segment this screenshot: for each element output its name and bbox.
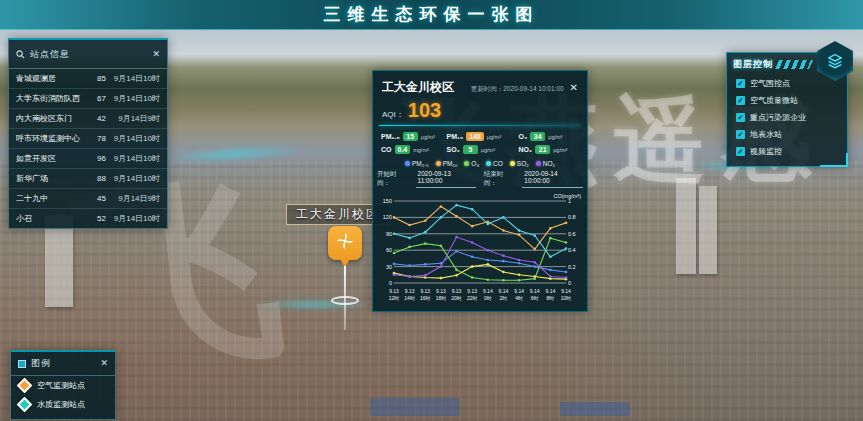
station-name: 青城观澜居 — [16, 73, 88, 84]
close-icon[interactable]: ✕ — [570, 82, 578, 93]
station-row[interactable]: 内大南校区东门429月14日9时 — [9, 108, 167, 128]
aqi-label: AQI： — [382, 109, 404, 120]
station-value: 45 — [88, 194, 106, 203]
pollutant-cell: PM₂.₅15µg/m³ — [381, 132, 445, 141]
checkbox-checked-icon[interactable]: ✓ — [736, 113, 745, 122]
time-range-row: 开始时间： 2020-09-13 11:00:00 结束时间： 2020-09-… — [373, 168, 587, 190]
legend-series-name: SO₂ — [517, 160, 529, 167]
legend-dot — [486, 161, 491, 166]
station-value: 52 — [88, 214, 106, 223]
legend-title: 图例 — [31, 357, 95, 370]
station-name: 新华广场 — [16, 173, 88, 184]
svg-text:9.13: 9.13 — [436, 288, 446, 294]
marker-base-ring — [331, 296, 359, 305]
svg-text:4时: 4时 — [515, 295, 523, 301]
pollutant-value-badge: 148 — [466, 132, 484, 141]
layer-label: 空气质量微站 — [750, 95, 798, 106]
station-rows: 青城观澜居859月14日10时大学东街消防队西679月14日10时内大南校区东门… — [9, 69, 167, 228]
pollutant-label: O₃ — [519, 133, 528, 140]
svg-text:9.13: 9.13 — [389, 288, 399, 294]
svg-text:22时: 22时 — [467, 295, 478, 301]
legend-header: 图例 ✕ — [11, 352, 115, 376]
pollutant-unit: µg/m³ — [553, 147, 567, 153]
pollutant-value-badge: 21 — [535, 145, 550, 154]
update-time-value: 2020-09-14 10:01:00 — [503, 85, 563, 92]
layer-toggle-row[interactable]: ✓重点污染源企业 — [727, 109, 847, 126]
svg-text:2时: 2时 — [500, 295, 508, 301]
svg-text:9.14: 9.14 — [514, 288, 524, 294]
chart-legend-item: SO₂ — [510, 160, 529, 167]
legend-series-name: PM₁₀ — [443, 160, 458, 167]
pollutant-label: SO₂ — [447, 146, 460, 153]
legend-dot — [436, 161, 441, 166]
legend-items: 空气监测站点水质监测站点 — [11, 376, 115, 414]
layer-toggle-row[interactable]: ✓空气质量微站 — [727, 92, 847, 109]
building-tower — [676, 178, 696, 274]
svg-text:9.13: 9.13 — [420, 288, 430, 294]
legend-series-name: PM₂.₅ — [412, 160, 429, 167]
svg-text:0.2: 0.2 — [568, 264, 576, 270]
svg-text:10时: 10时 — [561, 295, 572, 301]
station-value: 88 — [88, 174, 106, 183]
checkbox-checked-icon[interactable]: ✓ — [736, 79, 745, 88]
station-time: 9月14日10时 — [106, 173, 160, 184]
pollutant-cell: NO₂21µg/m³ — [519, 145, 579, 154]
svg-text:9.14: 9.14 — [530, 288, 540, 294]
checkbox-checked-icon[interactable]: ✓ — [736, 147, 745, 156]
blue-roof — [560, 402, 630, 416]
close-icon[interactable]: ✕ — [152, 50, 160, 59]
station-row[interactable]: 二十九中459月14日9时 — [9, 188, 167, 208]
svg-text:0时: 0时 — [484, 295, 492, 301]
station-list-title: 站点信息 — [30, 48, 147, 61]
station-row[interactable]: 如意开发区969月14日10时 — [9, 148, 167, 168]
legend-series-name: NO₂ — [543, 160, 555, 167]
end-time-input[interactable]: 2020-09-14 10:00:00 — [522, 170, 583, 188]
chart-legend-item: PM₁₀ — [436, 160, 458, 167]
svg-text:30: 30 — [386, 264, 392, 270]
svg-text:0.8: 0.8 — [568, 214, 576, 220]
legend-item: 水质监测站点 — [11, 395, 115, 414]
station-time: 9月14日10时 — [106, 153, 160, 164]
svg-text:0.4: 0.4 — [568, 247, 576, 253]
pollutant-unit: µg/m³ — [548, 134, 562, 140]
svg-text:90: 90 — [386, 231, 392, 237]
popup-title: 工大金川校区 — [382, 79, 454, 96]
svg-text:9.13: 9.13 — [467, 288, 477, 294]
station-time: 9月14日10时 — [106, 73, 160, 84]
diamond-marker-icon — [17, 378, 33, 394]
station-row[interactable]: 大学东街消防队西679月14日10时 — [9, 88, 167, 108]
station-name: 小召 — [16, 213, 88, 224]
close-icon[interactable]: ✕ — [100, 359, 108, 368]
layer-label: 重点污染源企业 — [750, 112, 806, 123]
pollutant-label: PM₁₀ — [447, 133, 464, 140]
checkbox-checked-icon[interactable]: ✓ — [736, 130, 745, 139]
chart-legend-item: O₃ — [464, 160, 479, 167]
station-time: 9月14日9时 — [106, 113, 160, 124]
pollutant-label: PM₂.₅ — [381, 133, 400, 140]
station-row[interactable]: 新华广场889月14日10时 — [9, 168, 167, 188]
pollutant-value-badge: 15 — [403, 132, 418, 141]
station-row[interactable]: 呼市环境监测中心789月14日10时 — [9, 128, 167, 148]
end-time-label: 结束时间： — [484, 170, 515, 188]
svg-text:0.6: 0.6 — [568, 231, 576, 237]
aqi-value: 103 — [408, 99, 441, 122]
station-time: 9月14日10时 — [106, 133, 160, 144]
station-name: 呼市环境监测中心 — [16, 133, 88, 144]
pollutant-cell: SO₂5µg/m³ — [447, 145, 517, 154]
station-marker[interactable] — [328, 226, 362, 260]
checkbox-checked-icon[interactable]: ✓ — [736, 96, 745, 105]
chart-legend-item: PM₂.₅ — [405, 160, 429, 167]
pollutant-cell: CO0.4mg/m³ — [381, 145, 445, 154]
station-row[interactable]: 小召529月14日10时 — [9, 208, 167, 228]
station-value: 85 — [88, 74, 106, 83]
station-time: 9月14日10时 — [106, 213, 160, 224]
station-row[interactable]: 青城观澜居859月14日10时 — [9, 69, 167, 88]
layer-toggle-row[interactable]: ✓视频监控 — [727, 143, 847, 160]
station-value: 78 — [88, 134, 106, 143]
svg-text:8时: 8时 — [546, 295, 554, 301]
start-time-input[interactable]: 2020-09-13 11:00:00 — [416, 170, 476, 188]
pollutant-unit: µg/m³ — [487, 134, 501, 140]
layer-toggle-row[interactable]: ✓地表水站 — [727, 126, 847, 143]
svg-text:12时: 12时 — [389, 295, 400, 301]
pollutant-value-badge: 5 — [463, 145, 478, 154]
